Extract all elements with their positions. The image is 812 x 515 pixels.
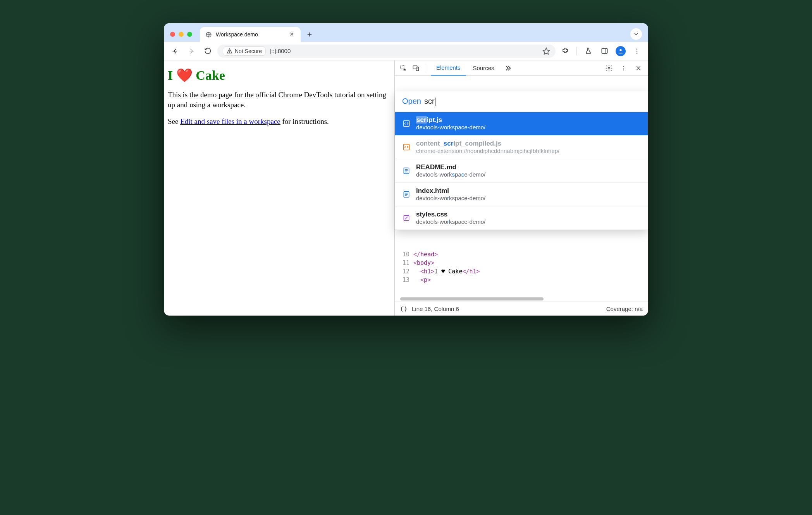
command-result-item[interactable]: script.jsdevtools-workspace-demo/ <box>395 112 648 135</box>
code-line: 12 <h1>I ♥ Cake</h1> <box>395 267 648 276</box>
security-chip[interactable]: Not Secure <box>223 46 266 56</box>
settings-icon[interactable] <box>602 62 616 75</box>
cursor-position: Line 16, Column 6 <box>412 306 459 312</box>
extensions-button[interactable] <box>559 45 572 58</box>
svg-point-11 <box>623 66 624 67</box>
command-results-list: script.jsdevtools-workspace-demo/content… <box>395 112 648 230</box>
page-viewport: I ❤️ Cake This is the demo page for the … <box>164 60 394 316</box>
svg-point-10 <box>608 67 610 69</box>
horizontal-scrollbar[interactable] <box>395 296 648 302</box>
code-line: 10</head> <box>395 250 648 259</box>
warning-icon <box>227 48 232 54</box>
file-type-icon <box>402 190 411 199</box>
devtools-body: 10</head> 11<body> 12 <h1>I ♥ Cake</h1> … <box>395 76 648 302</box>
result-filename: content_script_compiled.js <box>416 139 559 148</box>
inspect-icon[interactable] <box>398 62 409 75</box>
command-result-item[interactable]: styles.cssdevtools-workspace-demo/ <box>395 206 648 230</box>
devtools-statusbar: Line 16, Column 6 Coverage: n/a <box>395 302 648 316</box>
see-suffix: for instructions. <box>280 117 329 125</box>
coverage-status: Coverage: n/a <box>606 306 643 312</box>
result-filename: script.js <box>416 116 485 124</box>
back-button[interactable] <box>169 45 182 58</box>
svg-point-5 <box>637 50 638 52</box>
workspace-link[interactable]: Edit and save files in a workspace <box>180 117 280 125</box>
result-path: devtools-workspace-demo/ <box>416 171 485 179</box>
browser-tab[interactable]: Workspace demo <box>200 27 301 42</box>
tab-elements[interactable]: Elements <box>431 60 466 76</box>
result-filename: README.md <box>416 163 485 171</box>
file-type-icon <box>402 143 411 151</box>
query-text: scr <box>424 97 435 106</box>
page-heading: I ❤️ Cake <box>168 67 391 83</box>
svg-rect-8 <box>413 66 417 69</box>
result-path: devtools-workspace-demo/ <box>416 195 485 202</box>
avatar-icon <box>616 46 626 56</box>
command-result-item[interactable]: README.mddevtools-workspace-demo/ <box>395 159 648 182</box>
tab-search-button[interactable] <box>630 28 642 40</box>
devtools-separator <box>426 64 426 73</box>
devtools-menu-icon[interactable] <box>617 62 630 75</box>
svg-point-13 <box>623 69 624 70</box>
reload-button[interactable] <box>201 45 214 58</box>
command-menu: Open scr script.jsdevtools-workspace-dem… <box>395 91 648 230</box>
new-tab-button[interactable] <box>303 28 316 41</box>
close-window-button[interactable] <box>170 32 175 37</box>
file-type-icon <box>402 167 411 175</box>
device-toggle-icon[interactable] <box>410 62 421 75</box>
tab-sources[interactable]: Sources <box>468 60 500 76</box>
svg-point-6 <box>637 52 638 53</box>
result-path: chrome-extension://noondiphcddnnabmjcihc… <box>416 148 559 155</box>
code-line: 13 <p> <box>395 276 648 284</box>
window-controls <box>170 32 192 37</box>
address-bar[interactable]: Not Secure [::]:8000 <box>217 45 556 58</box>
bookmark-icon[interactable] <box>542 47 550 55</box>
labs-button[interactable] <box>581 45 595 58</box>
devtools-panel: Elements Sources 10</hea <box>394 60 648 316</box>
open-label: Open <box>402 97 421 106</box>
svg-point-12 <box>623 67 624 68</box>
url-text: [::]:8000 <box>270 48 291 54</box>
close-devtools-icon[interactable] <box>632 62 645 75</box>
maximize-window-button[interactable] <box>187 32 192 37</box>
content-area: I ❤️ Cake This is the demo page for the … <box>164 60 648 316</box>
result-path: devtools-workspace-demo/ <box>416 218 485 226</box>
more-tabs-icon[interactable] <box>501 62 514 75</box>
file-type-icon <box>402 119 411 128</box>
scrollbar-thumb[interactable] <box>400 297 544 300</box>
chrome-menu-button[interactable] <box>630 45 643 58</box>
command-result-item[interactable]: index.htmldevtools-workspace-demo/ <box>395 182 648 206</box>
svg-point-1 <box>229 52 230 53</box>
result-path: devtools-workspace-demo/ <box>416 124 485 131</box>
result-filename: styles.css <box>416 210 485 218</box>
toolbar-separator <box>576 47 577 55</box>
command-result-item[interactable]: content_script_compiled.jschrome-extensi… <box>395 135 648 159</box>
security-label: Not Secure <box>235 48 262 54</box>
result-filename: index.html <box>416 187 485 195</box>
svg-point-3 <box>619 49 621 51</box>
globe-icon <box>205 31 212 38</box>
svg-rect-15 <box>404 144 409 150</box>
pretty-print-icon[interactable] <box>400 306 407 312</box>
minimize-window-button[interactable] <box>179 32 184 37</box>
devtools-tabbar: Elements Sources <box>395 60 648 76</box>
svg-rect-14 <box>404 120 409 126</box>
code-line: 11<body> <box>395 259 648 267</box>
tab-title: Workspace demo <box>216 31 258 38</box>
file-type-icon <box>402 214 411 222</box>
browser-window: Workspace demo Not Secure [::]:8000 <box>164 23 648 316</box>
svg-point-4 <box>637 48 638 50</box>
sidepanel-button[interactable] <box>598 45 611 58</box>
command-input[interactable]: Open scr <box>395 91 648 112</box>
page-paragraph: This is the demo page for the official C… <box>168 90 391 110</box>
forward-button[interactable] <box>185 45 198 58</box>
close-tab-icon[interactable] <box>289 31 295 38</box>
profile-button[interactable] <box>614 45 627 58</box>
text-caret <box>435 98 435 106</box>
tab-strip: Workspace demo <box>164 23 648 42</box>
svg-rect-2 <box>602 48 607 53</box>
browser-toolbar: Not Secure [::]:8000 <box>164 42 648 60</box>
see-prefix: See <box>168 117 180 125</box>
page-instructions: See Edit and save files in a workspace f… <box>168 117 391 127</box>
